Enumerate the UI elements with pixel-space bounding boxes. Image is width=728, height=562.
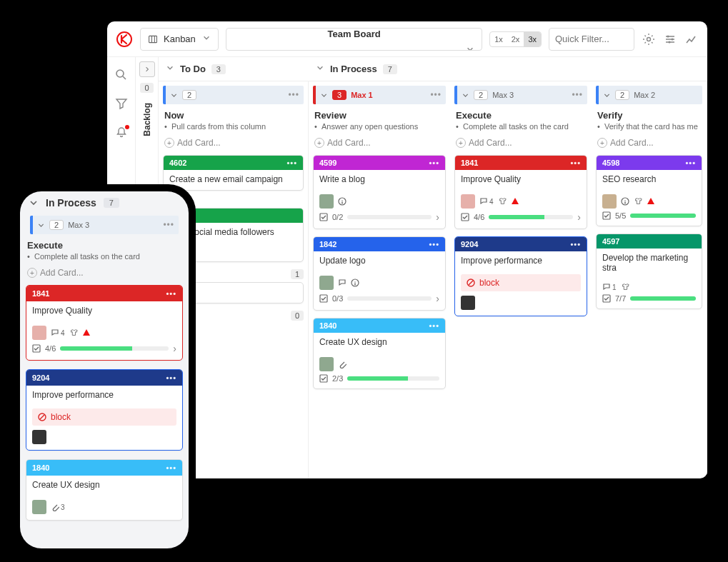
card-title: SEO research xyxy=(597,170,702,190)
column-title: In Process xyxy=(46,197,96,209)
card-4602[interactable]: 4602••• Create a new email campaign xyxy=(163,155,304,191)
subcolumn-review: 3 Max 1 ••• Review Answer any open quest… xyxy=(309,81,450,478)
tasks-icon xyxy=(319,213,328,221)
shirt-icon xyxy=(69,328,78,337)
quick-filter-input[interactable] xyxy=(549,28,634,51)
shirt-icon xyxy=(621,283,629,291)
card-menu-icon[interactable]: ••• xyxy=(570,240,581,249)
column-title: In Process xyxy=(330,64,377,74)
phone-screen: In Process 7 2 Max 3 ••• Execute Complet… xyxy=(20,191,189,548)
sub-title: Verify xyxy=(596,107,702,122)
backlog-count: 0 xyxy=(140,83,153,93)
phone-card-1841[interactable]: 1841••• Improve Quality 4 4/6› xyxy=(26,285,183,361)
column-header-inprocess[interactable]: In Process 7 xyxy=(309,57,404,81)
column-headers: To Do 3 In Process 7 xyxy=(159,57,707,81)
card-header: 4597 xyxy=(597,234,702,249)
zoom-1x[interactable]: 1x xyxy=(490,32,507,46)
sub-max: Max 3 xyxy=(68,221,89,229)
chevron-right-icon[interactable]: › xyxy=(436,293,439,304)
zoom-switch[interactable]: 1x 2x 3x xyxy=(489,31,542,47)
chart-icon[interactable] xyxy=(684,32,699,46)
card-title: Improve Quality xyxy=(26,301,182,321)
card-menu-icon[interactable]: ••• xyxy=(685,159,696,167)
card-9204[interactable]: 9204••• Improve performance block xyxy=(454,236,587,316)
subcolumn-header[interactable]: 2 ••• xyxy=(163,86,304,104)
card-1841[interactable]: 1841••• Improve Quality 4 4/6› xyxy=(454,155,587,229)
chevron-right-icon[interactable]: › xyxy=(436,211,439,223)
sub-count: 2 xyxy=(49,220,64,230)
phone-mockup: In Process 7 2 Max 3 ••• Execute Complet… xyxy=(13,184,196,556)
notification-dot xyxy=(125,125,129,129)
card-title: Create UX design xyxy=(314,333,445,353)
card-menu-icon[interactable]: ••• xyxy=(429,159,439,167)
chevron-right-icon[interactable]: › xyxy=(577,211,581,223)
board-select[interactable]: Team Board xyxy=(226,28,482,51)
card-header: 1841••• xyxy=(455,156,587,170)
more-icon[interactable]: ••• xyxy=(430,90,442,100)
card-header: 4598••• xyxy=(597,156,702,170)
avatar xyxy=(32,326,46,340)
expand-backlog-button[interactable] xyxy=(139,61,155,77)
card-4598[interactable]: 4598••• SEO research 5/5 xyxy=(596,155,702,226)
more-icon[interactable]: ••• xyxy=(163,220,174,230)
filter-icon[interactable] xyxy=(115,97,128,110)
more-icon[interactable]: ••• xyxy=(288,90,299,100)
card-4597[interactable]: 4597 Develop the marketing stra 1 7/7 xyxy=(596,234,702,309)
chevron-down-icon xyxy=(202,34,211,44)
add-card-button[interactable]: +Add Card... xyxy=(454,135,587,155)
app-logo[interactable] xyxy=(116,31,133,48)
block-badge: block xyxy=(461,274,581,291)
add-card-button[interactable]: +Add Card... xyxy=(313,135,446,155)
card-menu-icon[interactable]: ••• xyxy=(429,240,439,249)
view-select[interactable]: Kanban xyxy=(140,28,219,51)
tasks-icon xyxy=(32,344,41,353)
subcolumn-header[interactable]: 3 Max 1 ••• xyxy=(313,86,446,104)
comments-icon xyxy=(338,279,346,287)
card-4599[interactable]: 4599••• Write a blog 0/2› xyxy=(313,155,446,229)
sub-title: Review xyxy=(313,107,446,122)
card-title: Develop the marketing stra xyxy=(597,249,702,279)
sub-count: 3 xyxy=(332,90,346,100)
tasks-icon xyxy=(461,213,469,221)
search-icon[interactable] xyxy=(115,69,128,81)
info-icon xyxy=(338,197,346,206)
column-header-todo[interactable]: To Do 3 xyxy=(159,57,309,81)
phone-card-1840[interactable]: 1840••• Create UX design 3 xyxy=(26,459,183,521)
avatar xyxy=(319,276,334,290)
card-1840[interactable]: 1840••• Create UX design 2/3 xyxy=(313,318,446,389)
card-header: 9204••• xyxy=(455,237,587,251)
column-count: 3 xyxy=(211,64,226,74)
card-menu-icon[interactable]: ••• xyxy=(166,373,176,382)
avatar xyxy=(602,194,617,209)
zoom-3x[interactable]: 3x xyxy=(524,32,541,46)
phone-column-header[interactable]: In Process 7 xyxy=(20,191,189,211)
card-menu-icon[interactable]: ••• xyxy=(166,289,176,298)
sub-title: Now xyxy=(163,107,304,122)
add-card-button[interactable]: +Add Card... xyxy=(596,135,702,155)
bell-icon[interactable] xyxy=(115,126,128,139)
card-menu-icon[interactable]: ••• xyxy=(429,321,439,330)
subcolumn-header[interactable]: 2 Max 2 xyxy=(596,86,702,104)
avatar xyxy=(461,194,475,209)
add-card-button[interactable]: +Add Card... xyxy=(26,265,183,285)
zoom-2x[interactable]: 2x xyxy=(507,32,524,46)
card-title: Update logo xyxy=(314,251,445,271)
subcolumn-header[interactable]: 2 Max 3 ••• xyxy=(454,86,587,104)
sliders-icon[interactable] xyxy=(663,32,677,46)
card-menu-icon[interactable]: ••• xyxy=(166,463,176,472)
more-icon[interactable]: ••• xyxy=(572,90,583,100)
card-menu-icon[interactable]: ••• xyxy=(286,159,297,167)
gear-icon[interactable] xyxy=(642,32,656,46)
avatar xyxy=(319,194,334,209)
subcolumn-header[interactable]: 2 Max 3 ••• xyxy=(30,216,179,234)
sub-max: Max 2 xyxy=(634,91,655,99)
avatar xyxy=(32,500,46,514)
sub-hint: Complete all tasks on the card xyxy=(26,252,183,265)
add-card-button[interactable]: +Add Card... xyxy=(163,135,304,155)
phone-card-9204[interactable]: 9204••• Improve performance block xyxy=(26,369,183,451)
card-1842[interactable]: 1842••• Update logo 0/3› xyxy=(313,236,446,311)
lanes: 2 ••• Now Pull cards from this column +A… xyxy=(159,81,707,478)
card-menu-icon[interactable]: ••• xyxy=(570,159,581,167)
chevron-right-icon[interactable]: › xyxy=(173,343,176,354)
stray-count: 1 xyxy=(291,269,304,279)
